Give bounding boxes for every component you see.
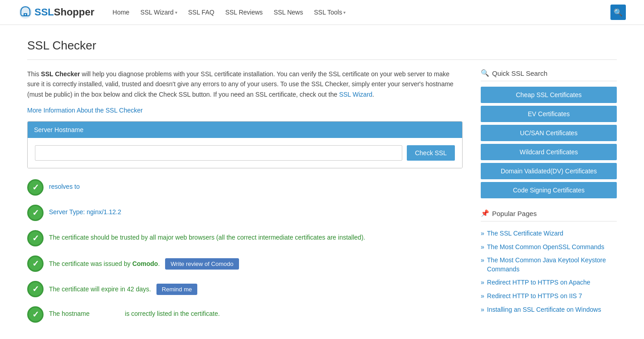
svg-point-2 xyxy=(25,14,26,15)
popular-pages-icon: 📌 xyxy=(481,209,489,217)
check-icon-issuer: ✓ xyxy=(27,255,44,272)
result-trust: ✓ The certificate should be trusted by a… xyxy=(27,230,463,246)
result-issuer: ✓ The certificate was issued by Comodo. … xyxy=(27,255,463,272)
popular-page-link-5[interactable]: Installing an SSL Certificate on Windows xyxy=(487,305,601,314)
quick-ssl-section: 🔍 Quick SSL Search Cheap SSL Certificate… xyxy=(481,69,617,198)
ev-ssl-btn[interactable]: EV Certificates xyxy=(481,106,617,122)
popular-page-link-2[interactable]: The Most Common Java Keytool Keystore Co… xyxy=(487,256,617,274)
page-content: SSL Checker This SSL Checker will help y… xyxy=(9,25,635,339)
popular-page-item: Redirect HTTP to HTTPS on Apache xyxy=(481,276,617,290)
description-bold: SSL Checker xyxy=(41,70,80,78)
result-expiry: ✓ The certificate will expire in 42 days… xyxy=(27,281,463,297)
result-resolves-text: resolves to xyxy=(49,179,80,192)
ssl-wizard-arrow: ▾ xyxy=(175,10,177,15)
hostname-input[interactable] xyxy=(35,145,402,161)
dv-ssl-btn[interactable]: Domain Validated(DV) Certificates xyxy=(481,163,617,179)
check-icon-resolves: ✓ xyxy=(27,179,44,196)
quick-ssl-icon: 🔍 xyxy=(481,69,489,77)
remind-me-button[interactable]: Remind me xyxy=(156,284,197,295)
header: SSLShopper Home SSL Wizard ▾ SSL FAQ SSL… xyxy=(0,0,644,25)
popular-page-item: The SSL Certificate Wizard xyxy=(481,227,617,241)
nav-ssl-tools[interactable]: SSL Tools ▾ xyxy=(309,6,350,19)
write-review-button[interactable]: Write review of Comodo xyxy=(165,258,239,270)
checker-box-header: Server Hostname xyxy=(28,122,462,138)
popular-page-item: The Most Common OpenSSL Commands xyxy=(481,241,617,254)
page-title: SSL Checker xyxy=(27,39,617,60)
checker-box: Server Hostname Check SSL xyxy=(27,121,463,168)
nav-ssl-faq[interactable]: SSL FAQ xyxy=(184,6,219,19)
checker-box-body: Check SSL xyxy=(28,138,462,168)
check-icon-trust: ✓ xyxy=(27,230,44,246)
check-ssl-button[interactable]: Check SSL xyxy=(407,145,455,161)
popular-page-item: Installing an SSL Certificate on Windows xyxy=(481,303,617,317)
popular-page-item: The Most Common Java Keytool Keystore Co… xyxy=(481,254,617,276)
result-issuer-text: The certificate was issued by Comodo. Wr… xyxy=(49,255,239,270)
main-nav: Home SSL Wizard ▾ SSL FAQ SSL Reviews SS… xyxy=(108,6,597,19)
logo-shopper-text: Shopper xyxy=(54,6,94,18)
wildcard-ssl-btn[interactable]: Wildcard Certificates xyxy=(481,144,617,160)
result-server-type-text: Server Type: nginx/1.12.2 xyxy=(49,205,121,217)
nav-ssl-reviews[interactable]: SSL Reviews xyxy=(221,6,268,19)
result-hostname: ✓ The hostname is correctly listed in th… xyxy=(27,306,463,323)
quick-ssl-title: 🔍 Quick SSL Search xyxy=(481,69,617,81)
header-search-button[interactable]: 🔍 xyxy=(610,5,626,20)
logo[interactable]: SSLShopper xyxy=(18,5,94,20)
main-column: This SSL Checker will help you diagnose … xyxy=(27,69,463,332)
popular-pages-section: 📌 Popular Pages The SSL Certificate Wiza… xyxy=(481,209,617,316)
popular-page-link-1[interactable]: The Most Common OpenSSL Commands xyxy=(487,243,605,252)
logo-icon xyxy=(18,5,33,20)
ucsan-ssl-btn[interactable]: UC/SAN Certificates xyxy=(481,125,617,141)
check-icon-server-type: ✓ xyxy=(27,205,44,221)
popular-page-link-4[interactable]: Redirect HTTP to HTTPS on IIS 7 xyxy=(487,292,582,301)
check-icon-expiry: ✓ xyxy=(27,281,44,297)
result-hostname-text: The hostname is correctly listed in the … xyxy=(49,306,220,319)
nav-ssl-wizard[interactable]: SSL Wizard ▾ xyxy=(136,6,181,19)
more-info-link[interactable]: More Information About the SSL Checker xyxy=(27,107,463,114)
result-resolves: ✓ resolves to xyxy=(27,179,463,196)
popular-pages-title: 📌 Popular Pages xyxy=(481,209,617,221)
ssl-tools-arrow: ▾ xyxy=(343,10,346,15)
result-expiry-text: The certificate will expire in 42 days. … xyxy=(49,281,197,295)
nav-ssl-news[interactable]: SSL News xyxy=(269,6,307,19)
sidebar: 🔍 Quick SSL Search Cheap SSL Certificate… xyxy=(481,69,617,332)
issuer-name: Comodo xyxy=(132,260,158,267)
cheap-ssl-btn[interactable]: Cheap SSL Certificates xyxy=(481,87,617,103)
logo-ssl-text: SSL xyxy=(34,6,54,18)
main-layout: This SSL Checker will help you diagnose … xyxy=(27,69,617,332)
popular-page-link-0[interactable]: The SSL Certificate Wizard xyxy=(487,229,563,238)
nav-home[interactable]: Home xyxy=(108,6,134,19)
ssl-wizard-link[interactable]: SSL Wizard xyxy=(339,91,372,98)
check-icon-hostname: ✓ xyxy=(27,306,44,323)
popular-page-link-3[interactable]: Redirect HTTP to HTTPS on Apache xyxy=(487,278,590,287)
description-text: This SSL Checker will help you diagnose … xyxy=(27,69,463,99)
result-server-type: ✓ Server Type: nginx/1.12.2 xyxy=(27,205,463,221)
code-signing-ssl-btn[interactable]: Code Signing Certificates xyxy=(481,182,617,198)
result-trust-text: The certificate should be trusted by all… xyxy=(49,230,365,242)
popular-pages-list: The SSL Certificate Wizard The Most Comm… xyxy=(481,227,617,316)
popular-page-item: Redirect HTTP to HTTPS on IIS 7 xyxy=(481,290,617,303)
